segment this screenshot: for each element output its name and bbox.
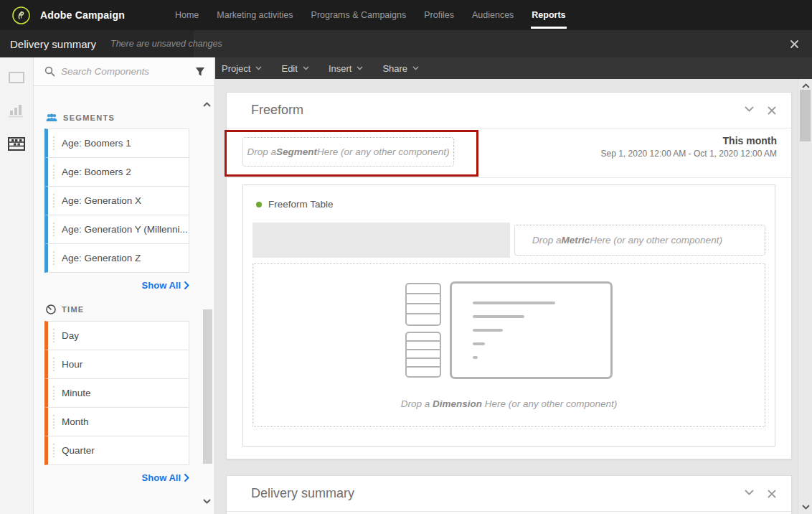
- dropzone-text-prefix: Drop a: [532, 235, 562, 246]
- dropzone-text-prefix: Drop a: [401, 398, 433, 409]
- dropzone-text-word: Segment: [276, 146, 317, 157]
- menu-label: Insert: [329, 63, 352, 74]
- delivery-summary-title: Delivery summary: [251, 486, 354, 501]
- chevron-right-icon: [184, 281, 189, 289]
- nav-marketing-activities[interactable]: Marketing activities: [217, 0, 293, 30]
- primary-nav: Home Marketing activities Programs & Cam…: [175, 0, 566, 30]
- nav-programs-campaigns[interactable]: Programs & Campaigns: [311, 0, 407, 30]
- brand-name: Adobe Campaign: [40, 9, 125, 21]
- metric-dropzone[interactable]: Drop a Metric Here (or any other compone…: [514, 225, 765, 256]
- segments-show-all-link[interactable]: Show All: [44, 280, 189, 291]
- nav-profiles[interactable]: Profiles: [424, 0, 454, 30]
- menu-project[interactable]: Project: [222, 63, 262, 74]
- workspace: SEGMENTS Age: Boomers 1 Age: Boomers 2 A…: [0, 57, 812, 514]
- freeform-table-header-row: Drop a Metric Here (or any other compone…: [252, 223, 765, 258]
- dropzone-text-prefix: Drop a: [247, 146, 276, 157]
- dimension-dropzone[interactable]: Drop a Dimension Here (or any other comp…: [252, 263, 765, 427]
- time-item[interactable]: Quarter: [44, 436, 189, 465]
- panels-icon[interactable]: [6, 67, 27, 88]
- filter-icon[interactable]: [195, 67, 205, 77]
- segment-item[interactable]: Age: Generation Y (Millenni...: [44, 215, 189, 244]
- freeform-panel-title: Freeform: [251, 103, 303, 118]
- freeform-table: Freeform Table Drop a Metric Here (or an…: [242, 184, 775, 447]
- visualizations-icon[interactable]: [6, 101, 27, 121]
- segment-item[interactable]: Age: Boomers 2: [44, 157, 189, 187]
- main-scrollbar-thumb[interactable]: [800, 90, 811, 141]
- segment-item[interactable]: Age: Generation X: [44, 186, 189, 215]
- segments-icon: [46, 113, 57, 122]
- date-range-value: Sep 1, 2020 12:00 AM - Oct 1, 2020 12:00…: [601, 149, 778, 159]
- dropzone-text-word: Metric: [562, 235, 590, 246]
- dropzone-text-suffix: Here (or any other component): [482, 398, 617, 409]
- menu-label: Share: [382, 63, 407, 74]
- component-search-row: [34, 57, 214, 86]
- dropzone-text-suffix: Here (or any other component): [590, 235, 722, 246]
- time-item[interactable]: Minute: [44, 378, 189, 408]
- freeform-panel: Freeform Drop a Segment Here (: [226, 92, 792, 459]
- dimension-dropzone-text: Drop a Dimension Here (or any other comp…: [401, 398, 618, 409]
- menu-share[interactable]: Share: [382, 63, 419, 74]
- menu-edit[interactable]: Edit: [281, 63, 308, 74]
- time-item-label: Quarter: [62, 445, 95, 456]
- sidebar: SEGMENTS Age: Boomers 1 Age: Boomers 2 A…: [0, 57, 215, 514]
- close-panel-icon[interactable]: [766, 105, 778, 116]
- segment-item[interactable]: Age: Boomers 1: [44, 128, 189, 158]
- main-area: Project Edit Insert Share: [215, 57, 812, 514]
- time-item-label: Minute: [62, 388, 91, 398]
- close-panel-icon[interactable]: [766, 488, 778, 500]
- page-title: Delivery summary: [10, 38, 96, 50]
- report-canvas: Freeform Drop a Segment Here (: [215, 79, 812, 514]
- collapse-panel-icon[interactable]: [743, 488, 755, 500]
- search-input[interactable]: [61, 66, 189, 77]
- segment-item-label: Age: Generation Z: [62, 253, 141, 263]
- segments-section-label: SEGMENTS: [63, 113, 115, 122]
- segment-dropzone[interactable]: Drop a Segment Here (or any other compon…: [242, 137, 454, 167]
- segment-item-label: Age: Boomers 2: [62, 167, 131, 177]
- unsaved-changes-status: There are unsaved changes: [110, 39, 222, 49]
- chevron-right-icon: [184, 474, 189, 482]
- main-scrollbar[interactable]: [798, 79, 812, 514]
- segment-item[interactable]: Age: Generation Z: [44, 243, 189, 273]
- menu-insert[interactable]: Insert: [329, 63, 364, 74]
- sidebar-scrollbar-thumb[interactable]: [203, 309, 212, 464]
- table-placeholder-illustration: [405, 281, 613, 379]
- segments-section-header: SEGMENTS: [46, 113, 193, 122]
- time-item[interactable]: Hour: [44, 350, 189, 379]
- freeform-table-title: Freeform Table: [268, 199, 334, 210]
- close-report-button[interactable]: [787, 37, 802, 52]
- menu-bar: Project Edit Insert Share: [215, 57, 812, 79]
- segment-item-label: Age: Boomers 1: [62, 138, 131, 149]
- nav-audiences[interactable]: Audiences: [472, 0, 514, 30]
- time-item-label: Month: [62, 416, 89, 427]
- clock-icon: [46, 304, 56, 314]
- sidebar-scroll-up-icon[interactable]: [203, 102, 211, 107]
- adobe-campaign-logo-icon: [11, 6, 31, 25]
- freeform-panel-header: Freeform: [227, 93, 791, 128]
- scroll-down-icon[interactable]: [802, 505, 810, 510]
- brand: Adobe Campaign: [11, 6, 125, 25]
- date-range-block[interactable]: This month Sep 1, 2020 12:00 AM - Oct 1,…: [601, 135, 778, 159]
- time-item-label: Hour: [62, 359, 82, 370]
- delivery-summary-header: Delivery summary: [227, 476, 791, 512]
- status-dot-icon: [256, 202, 262, 207]
- time-show-all-link[interactable]: Show All: [44, 472, 189, 483]
- time-list: Day Hour Minute Month Quarter: [44, 321, 189, 465]
- sidebar-scroll-down-icon[interactable]: [203, 499, 211, 504]
- nav-home[interactable]: Home: [175, 0, 199, 30]
- segments-list: Age: Boomers 1 Age: Boomers 2 Age: Gener…: [44, 128, 189, 273]
- menu-label: Project: [222, 63, 250, 74]
- components-panel: SEGMENTS Age: Boomers 1 Age: Boomers 2 A…: [34, 57, 215, 514]
- nav-reports[interactable]: Reports: [532, 0, 565, 30]
- show-all-label: Show All: [142, 472, 181, 483]
- time-item[interactable]: Month: [44, 407, 189, 436]
- components-icon[interactable]: [6, 134, 27, 154]
- metric-cell: Drop a Metric Here (or any other compone…: [510, 223, 765, 258]
- app-window: Adobe Campaign Home Marketing activities…: [0, 0, 812, 514]
- time-item[interactable]: Day: [44, 321, 189, 350]
- mini-table-icon: [405, 332, 441, 378]
- delivery-summary-panel: Delivery summary: [226, 475, 792, 514]
- report-card-icon: [450, 281, 613, 379]
- component-sections: SEGMENTS Age: Boomers 1 Age: Boomers 2 A…: [34, 86, 193, 483]
- scroll-up-icon[interactable]: [802, 83, 810, 88]
- collapse-panel-icon[interactable]: [743, 105, 755, 116]
